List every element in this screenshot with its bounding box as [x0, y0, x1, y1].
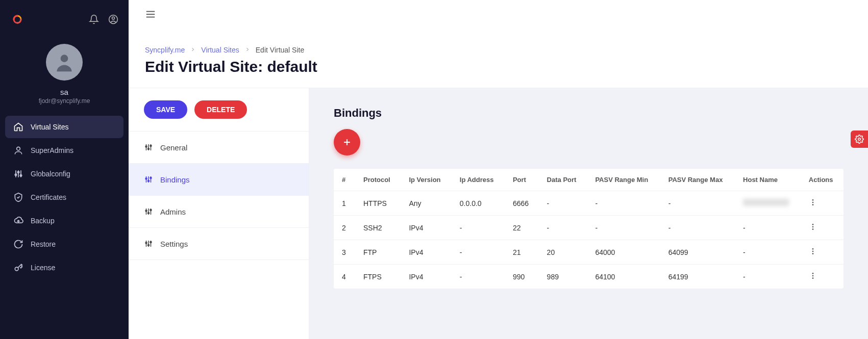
subnav-bindings[interactable]: Bindings: [129, 164, 309, 196]
row-actions: [801, 240, 844, 265]
breadcrumbs: Syncplify.me Virtual Sites Edit Virtual …: [145, 46, 852, 54]
table-row: 1HTTPSAny0.0.0.06666---: [334, 191, 844, 216]
table-cell: 22: [505, 216, 539, 240]
left-pane: SAVE DELETE General Bindings Admins: [129, 88, 309, 339]
table-cell: IPv4: [401, 265, 451, 289]
page-header: Syncplify.me Virtual Sites Edit Virtual …: [129, 31, 868, 88]
col-header: Host Name: [735, 169, 801, 191]
table-cell: Any: [401, 191, 451, 216]
subnav-label: General: [160, 143, 187, 152]
table-cell: -: [660, 191, 735, 216]
bindings-table: #ProtocolIp VersionIp AddressPortData Po…: [334, 169, 844, 289]
col-header: Port: [505, 169, 539, 191]
svg-point-26: [812, 202, 813, 203]
table-cell: 64000: [587, 240, 660, 265]
settings-float-button[interactable]: [851, 131, 868, 148]
nav-certificates[interactable]: Certificates: [5, 186, 123, 208]
delete-button[interactable]: DELETE: [194, 100, 247, 119]
nav-restore[interactable]: Restore: [5, 233, 123, 255]
nav-backup[interactable]: Backup: [5, 210, 123, 232]
table-cell: -: [539, 191, 587, 216]
svg-point-37: [858, 138, 861, 141]
nav-label: License: [31, 264, 55, 272]
username: sa: [60, 88, 68, 96]
content: SAVE DELETE General Bindings Admins: [129, 88, 868, 339]
row-menu-button[interactable]: [809, 200, 817, 208]
crumb-virtual-sites[interactable]: Virtual Sites: [201, 46, 239, 54]
crumb-root[interactable]: Syncplify.me: [145, 46, 185, 54]
nav-label: Certificates: [31, 193, 66, 201]
col-header: PASV Range Min: [587, 169, 660, 191]
table-cell: IPv4: [401, 216, 451, 240]
row-menu-button[interactable]: [809, 249, 817, 257]
table-cell: HTTPS: [355, 191, 401, 216]
table-cell: 3: [334, 240, 355, 265]
table-cell: [735, 191, 801, 216]
svg-point-3: [17, 147, 20, 150]
crumb-current: Edit Virtual Site: [256, 46, 304, 54]
subnav-settings[interactable]: Settings: [129, 228, 309, 260]
subnav-label: Admins: [160, 207, 186, 216]
table-cell: -: [452, 216, 505, 240]
table-row: 2SSH2IPv4-22----: [334, 216, 844, 240]
chevron-right-icon: [190, 46, 196, 54]
table-cell: FTP: [355, 240, 401, 265]
row-actions: [801, 191, 844, 216]
avatar: [46, 44, 83, 81]
hamburger-icon[interactable]: [145, 9, 156, 22]
row-actions: [801, 216, 844, 240]
subnav-label: Bindings: [160, 175, 190, 184]
svg-point-1: [112, 17, 115, 19]
table-cell: 989: [539, 265, 587, 289]
user-email: fjodr@syncplify.me: [39, 97, 90, 105]
svg-point-36: [812, 277, 813, 279]
nav-label: SuperAdmins: [31, 146, 73, 154]
table-cell: 21: [505, 240, 539, 265]
col-header: #: [334, 169, 355, 191]
table-cell: SSH2: [355, 216, 401, 240]
svg-point-25: [812, 199, 813, 201]
row-actions: [801, 265, 844, 289]
col-header: PASV Range Max: [660, 169, 735, 191]
subnav-admins[interactable]: Admins: [129, 196, 309, 228]
right-pane: Bindings #ProtocolIp VersionIp AddressPo…: [309, 88, 868, 339]
nav-virtual-sites[interactable]: Virtual Sites: [5, 116, 123, 138]
nav-label: Backup: [31, 217, 55, 225]
table-cell: -: [452, 240, 505, 265]
col-header: Ip Version: [401, 169, 451, 191]
table-cell: IPv4: [401, 240, 451, 265]
subnav-general[interactable]: General: [129, 132, 309, 164]
save-button[interactable]: SAVE: [144, 100, 187, 119]
nav-label: Restore: [31, 240, 56, 248]
table-cell: -: [735, 240, 801, 265]
nav-superadmins[interactable]: SuperAdmins: [5, 139, 123, 162]
nav-license[interactable]: License: [5, 256, 123, 279]
app-logo: [10, 12, 24, 29]
action-bar: SAVE DELETE: [129, 88, 309, 132]
table-cell: 0.0.0.0: [452, 191, 505, 216]
table-cell: 64199: [660, 265, 735, 289]
avatar-block: sa fjodr@syncplify.me: [0, 44, 129, 105]
table-cell: -: [660, 216, 735, 240]
svg-point-34: [812, 273, 813, 274]
nav-globalconfig[interactable]: Globalconfig: [5, 163, 123, 185]
svg-point-31: [812, 248, 813, 250]
table-row: 3FTPIPv4-21206400064099-: [334, 240, 844, 265]
chevron-right-icon: [244, 46, 251, 54]
table-cell: FTPS: [355, 265, 401, 289]
user-circle-icon[interactable]: [108, 14, 118, 27]
section-nav: General Bindings Admins Settings: [129, 132, 309, 260]
subnav-label: Settings: [160, 240, 188, 248]
col-header: Data Port: [539, 169, 587, 191]
main: Syncplify.me Virtual Sites Edit Virtual …: [129, 0, 868, 339]
topbar: [129, 0, 868, 31]
row-menu-button[interactable]: [809, 273, 817, 281]
table-cell: -: [735, 265, 801, 289]
col-header: Ip Address: [452, 169, 505, 191]
sidebar-top: [0, 6, 129, 35]
add-binding-button[interactable]: [334, 129, 360, 155]
nav-label: Virtual Sites: [31, 123, 68, 131]
row-menu-button[interactable]: [809, 224, 817, 232]
bell-icon[interactable]: [89, 14, 99, 27]
svg-point-2: [61, 55, 68, 62]
